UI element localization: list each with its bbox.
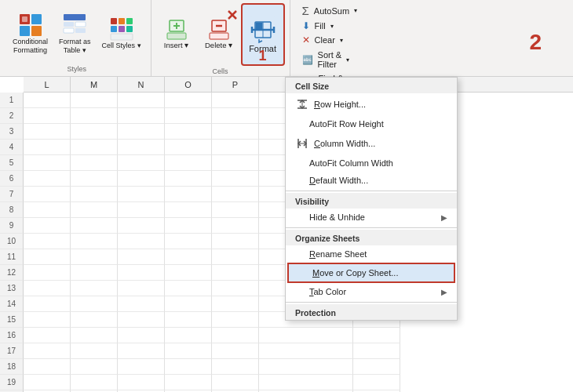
- sort-icon: 🔤: [302, 55, 313, 65]
- styles-buttons: Conditional Formatting Format as Table ▾: [8, 3, 146, 64]
- svg-rect-31: [255, 23, 262, 30]
- col-header-n: N: [118, 77, 165, 92]
- format-as-table-label: Format as Table ▾: [59, 38, 91, 55]
- delete-label: Delete ▾: [205, 41, 232, 49]
- clear-dropdown-icon: ▾: [340, 37, 343, 44]
- clear-button[interactable]: ✕ Clear ▾: [300, 34, 564, 46]
- cell[interactable]: [71, 93, 118, 108]
- hide-unhide-arrow: ▶: [441, 213, 447, 222]
- hide-unhide-label: Hide & Unhide: [309, 212, 365, 222]
- cell[interactable]: [165, 93, 212, 108]
- fill-icon: ⬇: [302, 20, 310, 31]
- svg-rect-10: [111, 18, 117, 24]
- insert-icon: [166, 19, 187, 41]
- hide-unhide-item[interactable]: Hide & Unhide ▶: [286, 209, 457, 226]
- delete-icon: [209, 19, 229, 41]
- sort-dropdown-icon: ▾: [346, 56, 349, 64]
- insert-button[interactable]: Insert ▾: [156, 6, 197, 63]
- svg-rect-12: [126, 18, 133, 24]
- row-height-item[interactable]: Row Height...: [286, 93, 457, 115]
- eraser-icon: ✕: [302, 34, 310, 45]
- sort-filter-button[interactable]: 🔤 Sort &Filter ▾: [300, 49, 564, 70]
- cells-buttons: Insert ▾ Delete ▾: [156, 3, 285, 66]
- insert-label: Insert ▾: [164, 41, 188, 49]
- autosum-label: AutoSum: [314, 6, 349, 16]
- autofit-row-label: AutoFit Row Height: [309, 119, 384, 129]
- sort-filter-label: Sort &Filter: [318, 50, 342, 69]
- cell-styles-button[interactable]: Cell Styles ▾: [97, 5, 146, 62]
- delete-button[interactable]: Delete ▾: [199, 6, 239, 63]
- fill-dropdown-icon: ▾: [330, 23, 334, 30]
- step-1-badge: 1: [259, 49, 267, 63]
- ribbon-right-section: Σ AutoSum ▾ ⬇ Fill ▾ ✕ Clear ▾ 🔤 Sort &F…: [290, 0, 570, 76]
- ribbon: Conditional Formatting Format as Table ▾: [0, 0, 573, 77]
- svg-rect-13: [111, 26, 117, 32]
- step-2-badge: 2: [529, 30, 542, 55]
- table-row: 17: [0, 343, 573, 359]
- col-header-o: O: [165, 77, 212, 92]
- styles-group: Conditional Formatting Format as Table ▾: [3, 0, 151, 76]
- svg-rect-20: [167, 33, 186, 39]
- table-row: 16: [0, 328, 573, 343]
- move-copy-sheet-label: Move or Copy Sheet...: [312, 268, 398, 278]
- cells-group: Insert ▾ Delete ▾: [151, 0, 290, 76]
- format-dropdown-menu: Cell Size Row Height... AutoFit Row Heig…: [285, 77, 458, 321]
- divider-1: [286, 191, 457, 191]
- row-height-icon: [295, 97, 309, 111]
- table-row: 19: [0, 375, 573, 390]
- default-width-label: Default Width...: [309, 176, 368, 185]
- col-header-p: P: [212, 77, 259, 92]
- rename-sheet-label: Rename Sheet: [309, 249, 367, 259]
- format-as-table-button[interactable]: Format as Table ▾: [54, 5, 96, 62]
- tab-color-item[interactable]: Tab Color ▶: [286, 283, 457, 300]
- conditional-formatting-label: Conditional Formatting: [13, 38, 48, 55]
- cells-group-label: Cells: [213, 66, 228, 75]
- column-width-label: Column Width...: [314, 139, 375, 148]
- rename-sheet-item[interactable]: Rename Sheet: [286, 245, 457, 263]
- format-button[interactable]: Format 1: [241, 3, 285, 66]
- divider-2: [286, 227, 457, 228]
- organize-sheets-header: Organize Sheets: [286, 230, 457, 245]
- svg-rect-11: [119, 18, 125, 24]
- move-copy-sheet-item[interactable]: Move or Copy Sheet...: [287, 263, 455, 283]
- conditional-formatting-button[interactable]: Conditional Formatting: [8, 5, 53, 62]
- table-row: 18: [0, 359, 573, 375]
- svg-rect-3: [31, 26, 42, 36]
- default-width-item[interactable]: Default Width...: [286, 172, 457, 189]
- cell[interactable]: [24, 93, 71, 108]
- cell-styles-icon: [109, 16, 134, 42]
- svg-rect-4: [22, 16, 27, 22]
- autosum-button[interactable]: Σ AutoSum ▾: [300, 3, 564, 18]
- svg-rect-7: [75, 22, 86, 27]
- autofit-col-label: AutoFit Column Width: [309, 158, 393, 168]
- cell-size-header: Cell Size: [286, 78, 457, 93]
- svg-rect-14: [119, 26, 125, 32]
- fill-button[interactable]: ⬇ Fill ▾: [300, 20, 564, 32]
- svg-rect-23: [210, 33, 228, 39]
- autofit-column-width-item[interactable]: AutoFit Column Width: [286, 154, 457, 172]
- svg-rect-1: [31, 14, 42, 24]
- autosum-dropdown-icon: ▾: [354, 7, 357, 14]
- svg-rect-15: [126, 26, 133, 32]
- conditional-formatting-icon: [18, 13, 43, 38]
- sigma-icon: Σ: [302, 4, 309, 17]
- row-height-label: Row Height...: [314, 100, 366, 109]
- cell[interactable]: [118, 93, 165, 108]
- cell[interactable]: [212, 93, 259, 108]
- svg-rect-16: [111, 34, 133, 40]
- cell-styles-label: Cell Styles ▾: [102, 42, 141, 50]
- styles-group-label: Styles: [68, 64, 87, 73]
- divider-3: [286, 302, 457, 303]
- svg-rect-9: [75, 28, 86, 33]
- column-width-item[interactable]: Column Width...: [286, 132, 457, 154]
- autofit-row-height-item[interactable]: AutoFit Row Height: [286, 115, 457, 132]
- protection-header: Protection: [286, 304, 457, 320]
- col-header-m: M: [71, 77, 118, 92]
- tab-color-label: Tab Color: [309, 287, 346, 296]
- delete-x-icon: [227, 9, 238, 20]
- format-icon: [249, 16, 277, 44]
- fill-label: Fill: [315, 21, 326, 31]
- clear-label: Clear: [315, 35, 335, 45]
- svg-rect-6: [64, 22, 74, 27]
- tab-color-arrow: ▶: [441, 288, 447, 296]
